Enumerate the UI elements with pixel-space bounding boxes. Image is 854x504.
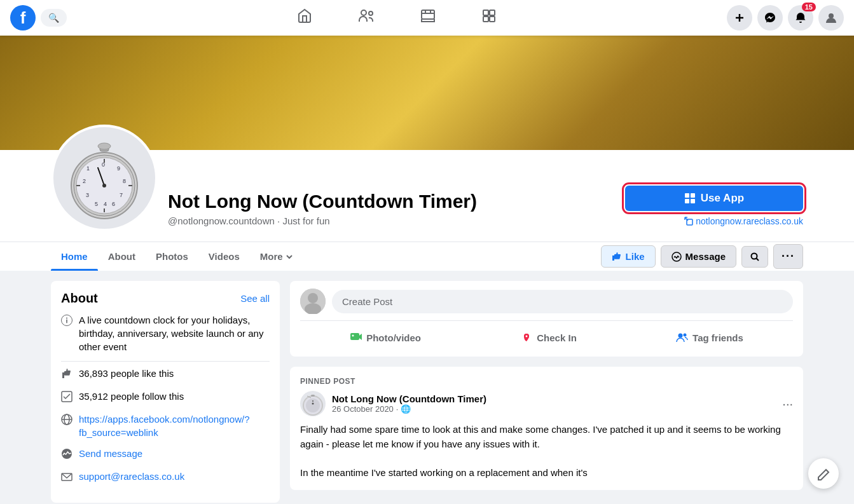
add-button[interactable]	[727, 5, 752, 31]
marketplace-nav-icon[interactable]	[410, 6, 446, 30]
about-email-item: support@rareclass.co.uk	[61, 470, 270, 485]
pinned-label: PINNED POST	[300, 377, 793, 386]
notifications-button[interactable]: 15	[788, 5, 813, 31]
cover-section: 0 9 1 8 2 7 3 6 5 4 Not Long Now (	[0, 36, 854, 242]
search-box[interactable]: 🔍	[41, 9, 67, 27]
svg-text:0: 0	[102, 161, 105, 168]
about-card: About See all A live countdown clock for…	[51, 281, 280, 503]
post-content: Finally had some spare time to look at t…	[300, 423, 793, 480]
profile-avatar: 0 9 1 8 2 7 3 6 5 4	[51, 125, 158, 231]
facebook-logo[interactable]: f	[10, 5, 36, 31]
message-label: Message	[685, 251, 726, 262]
svg-point-1	[369, 11, 373, 15]
nav-center-icons	[67, 6, 727, 30]
svg-rect-32	[691, 193, 695, 198]
website-link[interactable]: notlongnow.rareclass.co.uk	[684, 216, 803, 226]
svg-point-50	[308, 293, 318, 303]
svg-text:9: 9	[117, 165, 120, 172]
svg-rect-6	[490, 17, 495, 22]
about-website[interactable]: https://apps.facebook.com/notlongnow/?fb…	[79, 412, 270, 439]
about-send-message[interactable]: Send message	[79, 447, 142, 460]
message-button[interactable]: Message	[661, 245, 736, 268]
left-sidebar: About See all A live countdown clock for…	[51, 281, 280, 503]
like-button[interactable]: Like	[601, 245, 656, 268]
svg-text:5: 5	[95, 201, 98, 207]
post-header: Not Long Now (Countdown Timer) 26 Octobe…	[300, 391, 793, 416]
photo-video-label: Photo/video	[366, 332, 421, 343]
use-app-label: Use App	[701, 192, 744, 205]
profile-section: 0 9 1 8 2 7 3 6 5 4 Not Long Now (	[0, 150, 854, 242]
tab-videos[interactable]: Videos	[198, 242, 250, 271]
tab-photos[interactable]: Photos	[146, 242, 198, 271]
friends-nav-icon[interactable]	[348, 6, 385, 30]
svg-text:3: 3	[86, 192, 89, 198]
svg-point-38	[751, 253, 757, 259]
edit-fab-button[interactable]	[808, 458, 839, 489]
tag-friends-label: Tag friends	[692, 332, 743, 343]
notification-count: 15	[802, 3, 816, 11]
post-author-name: Not Long Now (Countdown Timer)	[332, 393, 776, 404]
page-tabs: Home About Photos Videos More Like Messa…	[0, 242, 854, 271]
like-icon-about	[61, 368, 72, 382]
tab-about[interactable]: About	[98, 242, 146, 271]
tag-friends-button[interactable]: Tag friends	[666, 326, 754, 349]
svg-rect-33	[685, 199, 689, 203]
main-content: About See all A live countdown clock for…	[0, 271, 854, 504]
tab-right-actions: Like Message ···	[601, 244, 803, 269]
svg-point-57	[684, 334, 687, 337]
top-navigation: f 🔍 15	[0, 0, 854, 36]
about-header: About See all	[61, 291, 270, 306]
svg-point-37	[672, 252, 681, 261]
create-post-input[interactable]: Create Post	[332, 290, 793, 313]
check-in-button[interactable]: Check In	[510, 326, 587, 349]
svg-text:4: 4	[104, 201, 107, 207]
tab-more-actions-button[interactable]: ···	[773, 244, 803, 269]
about-follows: 35,912 people follow this	[79, 390, 184, 403]
profile-avatar-wrapper: 0 9 1 8 2 7 3 6 5 4	[51, 125, 158, 231]
svg-rect-34	[691, 199, 695, 203]
logo-letter: f	[20, 8, 26, 28]
svg-point-61	[312, 403, 314, 405]
about-title: About	[61, 291, 98, 306]
info-icon	[61, 315, 72, 329]
page-title: Not Long Now (Countdown Timer)	[168, 190, 615, 213]
tab-search-button[interactable]	[741, 246, 768, 268]
create-post-top: Create Post	[300, 289, 793, 314]
home-nav-icon[interactable]	[287, 6, 322, 30]
tab-home[interactable]: Home	[51, 242, 98, 271]
profile-info: Not Long Now (Countdown Timer) @notlongn…	[168, 190, 615, 231]
photo-video-button[interactable]: Photo/video	[340, 326, 431, 349]
svg-text:6: 6	[112, 201, 115, 207]
svg-point-55	[526, 336, 528, 337]
pages-nav-icon[interactable]	[471, 6, 507, 30]
svg-rect-5	[483, 17, 488, 22]
post-more-button[interactable]: ···	[782, 397, 793, 411]
right-content: Create Post Photo/video Check In Tag fri…	[290, 281, 803, 503]
svg-point-56	[678, 334, 683, 338]
svg-point-9	[829, 13, 834, 18]
profile-handle: @notlongnow.countdown · Just for fun	[168, 215, 615, 226]
svg-point-42	[66, 318, 67, 319]
about-email[interactable]: support@rareclass.co.uk	[79, 470, 184, 483]
svg-rect-2	[422, 10, 434, 19]
create-post-actions: Photo/video Check In Tag friends	[300, 320, 793, 349]
see-all-link[interactable]: See all	[240, 293, 270, 304]
about-divider-1	[61, 361, 270, 362]
check-in-label: Check In	[537, 332, 577, 343]
tab-more[interactable]: More	[250, 242, 303, 271]
post-author-info: Not Long Now (Countdown Timer) 26 Octobe…	[332, 393, 776, 414]
about-description-item: A live countdown clock for your holidays…	[61, 313, 270, 353]
website-url: notlongnow.rareclass.co.uk	[696, 216, 803, 226]
svg-point-53	[352, 335, 354, 337]
about-message-item: Send message	[61, 447, 270, 462]
messenger-button[interactable]	[757, 5, 783, 31]
use-app-button[interactable]: Use App	[625, 186, 803, 211]
account-button[interactable]	[818, 5, 844, 31]
nav-left: f 🔍	[10, 5, 67, 31]
about-follows-item: 35,912 people follow this	[61, 390, 270, 405]
svg-point-0	[361, 10, 366, 15]
search-icon: 🔍	[48, 13, 59, 23]
globe-icon-post: 🌐	[401, 404, 411, 414]
post-meta: 26 October 2020 · 🌐	[332, 404, 776, 414]
globe-icon	[61, 414, 72, 428]
